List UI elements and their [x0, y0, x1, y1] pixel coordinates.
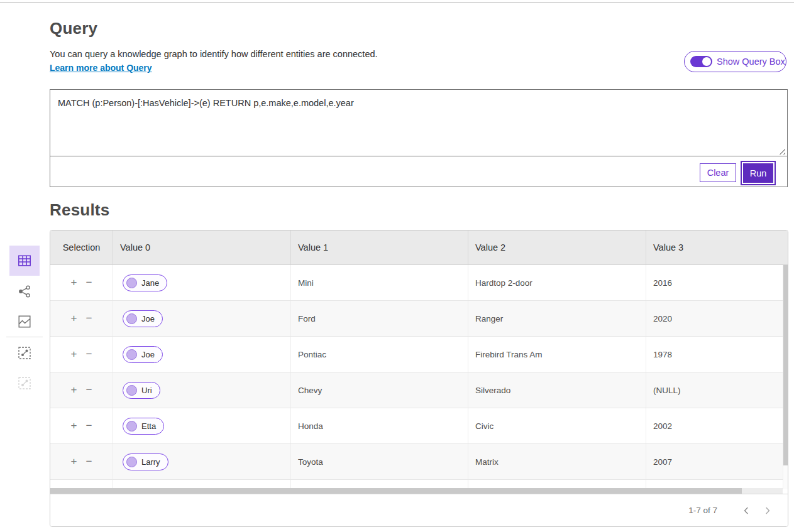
sidebar-item-link-chart-view[interactable] — [9, 276, 40, 307]
cell-value2: Silverado — [468, 372, 646, 408]
remove-selection-button[interactable]: − — [82, 276, 97, 289]
column-header-value2: Value 2 — [468, 231, 646, 264]
add-selection-button[interactable]: + — [67, 312, 82, 325]
cell-value1: Toyota — [290, 444, 468, 479]
table-header-row: Selection Value 0 Value 1 Value 2 Value … — [50, 231, 788, 265]
cell-value2: Firebird Trans Am — [468, 337, 646, 372]
remove-selection-button[interactable]: − — [82, 455, 97, 468]
entity-label: Larry — [141, 457, 160, 467]
cell-value2: Matrix — [468, 444, 646, 479]
table-row: + − Etta Honda Civic 2002 — [50, 408, 783, 444]
entity-icon — [126, 385, 137, 396]
entity-icon — [126, 421, 137, 432]
sidebar-item-table-view[interactable] — [9, 246, 40, 276]
table-row: + − Joe Pontiac Firebird Trans Am 1978 — [50, 337, 783, 372]
run-button[interactable]: Run — [743, 163, 773, 183]
entity-pill[interactable]: Etta — [123, 418, 164, 435]
link-chart-icon — [18, 285, 31, 298]
entity-pill[interactable]: Joe — [123, 346, 163, 363]
toggle-label: Show Query Box — [717, 57, 785, 67]
entity-icon — [126, 313, 137, 324]
horizontal-scrollbar[interactable] — [50, 488, 783, 494]
query-input[interactable]: MATCH (p:Person)-[:HasVehicle]->(e) RETU… — [50, 90, 787, 156]
cell-value2: Ranger — [468, 301, 646, 336]
column-header-value3: Value 3 — [646, 231, 788, 264]
cell-value3: 2007 — [646, 444, 783, 479]
learn-more-link[interactable]: Learn more about Query — [50, 63, 152, 73]
query-page: Query You can query a knowledge graph to… — [0, 0, 794, 532]
entity-pill[interactable]: Jane — [123, 274, 167, 291]
vertical-scrollbar[interactable] — [783, 265, 788, 489]
entity-label: Etta — [141, 421, 156, 431]
pagination-prev-button[interactable] — [737, 502, 755, 519]
entity-icon — [126, 349, 137, 360]
cell-value1: Mini — [290, 265, 468, 300]
remove-selection-button[interactable]: − — [82, 348, 97, 361]
results-table: Selection Value 0 Value 1 Value 2 Value … — [50, 230, 788, 527]
query-page-title: Query — [50, 19, 97, 38]
cell-value3: 2002 — [646, 408, 783, 443]
pagination-range-label: 1-7 of 7 — [688, 506, 717, 515]
toggle-switch-icon[interactable] — [690, 56, 712, 67]
table-footer: 1-7 of 7 — [50, 494, 788, 526]
add-selection-button[interactable]: + — [67, 384, 82, 396]
cell-value3: (NULL) — [646, 372, 783, 408]
table-body: + − Jane Mini Hardtop 2-door 2016 + − Jo… — [50, 265, 783, 489]
cell-value2: Hardtop 2-door — [468, 265, 646, 300]
entity-pill[interactable]: Joe — [123, 310, 163, 327]
entity-pill[interactable]: Uri — [123, 382, 160, 399]
top-divider — [0, 2, 794, 3]
sidebar-item-map-view[interactable] — [9, 307, 40, 337]
table-row: + − Uri Chevy Silverado (NULL) — [50, 372, 783, 408]
query-editor: MATCH (p:Person)-[:HasVehicle]->(e) RETU… — [50, 89, 788, 187]
horizontal-scrollbar-thumb[interactable] — [50, 488, 742, 494]
toggle-knob — [702, 57, 711, 66]
new-link-chart-icon-disabled — [18, 376, 31, 390]
add-selection-button[interactable]: + — [67, 455, 82, 468]
cell-value3: 1978 — [646, 337, 783, 372]
clear-button[interactable]: Clear — [700, 163, 736, 182]
add-selection-button[interactable]: + — [67, 276, 82, 289]
results-title: Results — [50, 200, 109, 220]
remove-selection-button[interactable]: − — [82, 384, 97, 396]
entity-icon — [126, 457, 137, 467]
column-header-selection: Selection — [50, 231, 113, 264]
table-row: + − Joe Ford Ranger 2020 — [50, 301, 783, 337]
pagination-next-button[interactable] — [759, 502, 776, 519]
entity-icon — [126, 278, 137, 288]
map-icon — [18, 315, 31, 328]
entity-label: Jane — [141, 278, 159, 288]
entity-label: Joe — [141, 350, 155, 359]
chevron-left-icon — [743, 506, 749, 515]
sidebar-item-new-link-chart-view — [9, 368, 40, 398]
cell-value2: Civic — [468, 408, 646, 443]
column-header-value0: Value 0 — [113, 231, 290, 264]
remove-selection-button[interactable]: − — [82, 312, 97, 325]
rail-divider — [6, 337, 43, 337]
add-selection-button[interactable]: + — [67, 348, 82, 361]
add-selection-button[interactable]: + — [67, 420, 82, 432]
show-query-box-toggle[interactable]: Show Query Box — [684, 51, 786, 72]
table-row: + − Jane Mini Hardtop 2-door 2016 — [50, 265, 783, 301]
sidebar-item-new-map-view[interactable] — [9, 338, 40, 368]
cell-value3: 2020 — [646, 301, 783, 336]
cell-value1: Chevy — [290, 372, 468, 408]
remove-selection-button[interactable]: − — [82, 420, 97, 432]
entity-label: Joe — [141, 314, 155, 323]
entity-label: Uri — [141, 386, 152, 395]
chevron-right-icon — [764, 506, 771, 515]
cell-value3: 2016 — [646, 265, 783, 300]
entity-pill[interactable]: Larry — [123, 453, 168, 470]
query-description: You can query a knowledge graph to ident… — [50, 49, 378, 59]
cell-value1: Pontiac — [290, 337, 468, 372]
cell-value1: Ford — [290, 301, 468, 336]
table-icon — [18, 254, 31, 268]
column-header-value1: Value 1 — [290, 231, 468, 264]
vertical-scrollbar-thumb[interactable] — [783, 265, 788, 465]
cell-value1: Honda — [290, 408, 468, 443]
new-map-icon — [18, 346, 31, 360]
table-row: + − Larry Toyota Matrix 2007 — [50, 444, 783, 480]
